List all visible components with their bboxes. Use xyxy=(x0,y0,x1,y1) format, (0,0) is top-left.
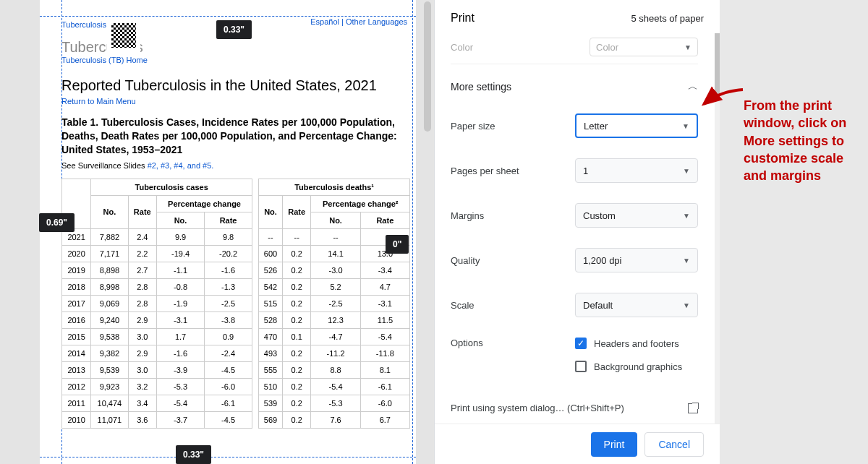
table-row: 20217,8822.49.99.8------ xyxy=(62,228,410,245)
table-row: 20139,5393.0-3.9-4.55550.28.88.1 xyxy=(62,361,410,378)
system-dialog-link[interactable]: Print using system dialog… (Ctrl+Shift+P… xyxy=(451,403,698,413)
print-dialog: Print 5 sheets of paper Color Color▼ Mor… xyxy=(434,0,720,464)
table-row: 20169,2402.9-3.1-3.85280.212.311.5 xyxy=(62,312,410,328)
slides-note: See Surveillance Slides #2, #3, #4, and … xyxy=(61,161,413,170)
pages-per-sheet-label: Pages per sheet xyxy=(451,166,519,176)
cancel-button[interactable]: Cancel xyxy=(644,432,704,457)
qr-code xyxy=(107,19,140,52)
table-row: 20179,0692.8-1.9-2.55150.2-2.5-3.1 xyxy=(62,295,410,312)
pages-per-sheet-select[interactable]: 1▼ xyxy=(575,158,698,183)
tb-data-table: Tuberculosis cases Tuberculosis deaths¹ … xyxy=(61,179,410,429)
dialog-title: Print xyxy=(451,12,475,25)
table-row: 20188,9982.8-0.8-1.35420.25.24.7 xyxy=(62,278,410,295)
scale-select[interactable]: Default▼ xyxy=(575,293,698,317)
margin-top-badge[interactable]: 0.33" xyxy=(216,20,252,39)
page-title: Reported Tuberculosis in the United Stat… xyxy=(61,77,413,94)
chevron-up-icon: ︿ xyxy=(688,80,698,93)
margin-right-badge[interactable]: 0" xyxy=(386,235,409,254)
background-graphics-checkbox[interactable] xyxy=(575,361,587,372)
background-graphics-label: Background graphics xyxy=(594,361,682,372)
color-row: Color Color▼ xyxy=(451,33,698,64)
table-row: 20129,9233.2-5.3-6.05100.2-5.4-6.1 xyxy=(62,378,410,395)
paper-size-select[interactable]: Letter▼ xyxy=(575,113,698,138)
espanol-link[interactable]: Español xyxy=(310,17,339,26)
annotation-arrow-icon xyxy=(698,84,749,113)
group-cases: Tuberculosis cases xyxy=(91,179,252,195)
margin-guide-top[interactable] xyxy=(40,16,416,17)
group-deaths: Tuberculosis deaths¹ xyxy=(259,179,410,195)
margin-left-badge[interactable]: 0.69" xyxy=(39,213,75,232)
margin-bottom-badge[interactable]: 0.33" xyxy=(176,445,211,464)
margins-label: Margins xyxy=(451,210,484,221)
options-label: Options xyxy=(451,338,483,348)
other-languages-link[interactable]: Other Languages xyxy=(346,17,407,26)
quality-label: Quality xyxy=(451,255,480,266)
table-row: 20159,5383.01.70.94700.1-4.7-5.4 xyxy=(62,328,410,345)
preview-scrollbar[interactable] xyxy=(424,1,431,132)
table-row: 201110,4743.4-5.4-6.15390.2-5.3-6.0 xyxy=(62,395,410,411)
language-links: Español | Other Languages xyxy=(310,17,407,26)
table-row: 20207,1712.2-19.4-20.26000.214.113.0 xyxy=(62,245,410,262)
headers-footers-checkbox[interactable]: ✓ xyxy=(575,338,587,349)
sheet-count: 5 sheets of paper xyxy=(631,13,704,24)
paper-size-label: Paper size xyxy=(451,121,495,132)
table-title: Table 1. Tuberculosis Cases, Incidence R… xyxy=(61,116,413,157)
margins-select[interactable]: Custom▼ xyxy=(575,203,698,228)
more-settings-toggle[interactable]: More settings ︿ xyxy=(451,64,698,103)
return-link[interactable]: Return to Main Menu xyxy=(61,97,413,106)
color-select[interactable]: Color▼ xyxy=(590,38,698,56)
breadcrumb-tb-home[interactable]: Tuberculosis (TB) Home xyxy=(61,56,413,64)
table-row: 20198,8982.7-1.1-1.65260.2-3.0-3.4 xyxy=(62,262,410,278)
scale-label: Scale xyxy=(451,300,475,311)
quality-select[interactable]: 1,200 dpi▼ xyxy=(575,248,698,272)
annotation-text: From the print window, click on More set… xyxy=(744,97,863,184)
table-row: 201011,0713.6-3.7-4.55690.27.66.7 xyxy=(62,411,410,428)
open-external-icon xyxy=(688,403,698,413)
table-row: 20149,3822.9-1.6-2.44930.2-11.2-11.8 xyxy=(62,345,410,361)
margin-guide-bottom[interactable] xyxy=(40,457,416,457)
preview-page: Español | Other Languages Tuberculosis (… xyxy=(40,0,416,464)
print-preview-pane: Español | Other Languages Tuberculosis (… xyxy=(0,0,434,464)
headers-footers-label: Headers and footers xyxy=(594,338,679,349)
print-button[interactable]: Print xyxy=(591,432,638,457)
